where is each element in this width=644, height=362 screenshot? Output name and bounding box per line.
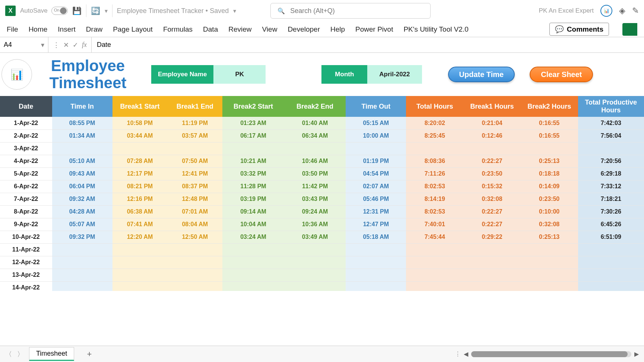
cell-timein[interactable]	[52, 281, 112, 291]
cell-total-productive[interactable]: 7:18:21	[578, 193, 644, 205]
cell-break1-end[interactable]: 07:50 AM	[167, 155, 222, 167]
cell-break2-start[interactable]: 03:24 AM	[222, 231, 284, 243]
cell-break1-end[interactable]: 12:41 PM	[167, 167, 222, 180]
cell-date[interactable]: 4-Apr-22	[0, 155, 52, 167]
name-box[interactable]: A4 ▾	[0, 37, 48, 52]
cell-break1-start[interactable]: 07:28 AM	[112, 155, 168, 167]
tab-formulas[interactable]: Formulas	[163, 25, 193, 33]
cell-date[interactable]: 10-Apr-22	[0, 231, 52, 243]
cell-total-hours[interactable]: 8:20:02	[406, 117, 463, 129]
cell-break2-end[interactable]	[284, 243, 346, 256]
cell-total-productive[interactable]: 6:45:26	[578, 218, 644, 231]
diamond-icon[interactable]: ◈	[619, 6, 625, 16]
cell-timein[interactable]: 06:04 PM	[52, 180, 112, 193]
update-time-button[interactable]: Update Time	[448, 67, 515, 82]
cell-break1-start[interactable]: 07:41 AM	[112, 218, 168, 231]
cell-total-hours[interactable]	[406, 281, 463, 291]
tab-developer[interactable]: Developer	[288, 25, 320, 33]
cell-break2-end[interactable]: 03:50 PM	[284, 167, 346, 180]
cell-break1-start[interactable]: 12:20 AM	[112, 231, 168, 243]
cell-total-productive[interactable]: 6:51:09	[578, 231, 644, 243]
cell-total-productive[interactable]	[578, 269, 644, 281]
cell-timein[interactable]	[52, 243, 112, 256]
cell-date[interactable]: 8-Apr-22	[0, 205, 52, 218]
cell-total-productive[interactable]: 7:30:26	[578, 205, 644, 218]
cell-total-hours[interactable]	[406, 243, 463, 256]
cell-total-hours[interactable]: 8:14:19	[406, 193, 463, 205]
account-avatar-icon[interactable]: 📊	[600, 5, 612, 17]
cell-break2-hours[interactable]	[521, 269, 578, 281]
cell-break1-end[interactable]	[167, 281, 222, 291]
pen-icon[interactable]: ✎	[632, 6, 639, 16]
cell-break2-end[interactable]: 11:42 PM	[284, 180, 346, 193]
sync-icon[interactable]: 🔄	[91, 6, 100, 15]
cell-break1-hours[interactable]	[463, 269, 521, 281]
search-input[interactable]	[290, 7, 423, 15]
scroll-left-icon[interactable]: ◀	[464, 350, 468, 358]
cell-timein[interactable]: 01:34 AM	[52, 129, 112, 142]
cell-date[interactable]: 14-Apr-22	[0, 281, 52, 291]
cell-total-productive[interactable]	[578, 142, 644, 155]
cell-break1-hours[interactable]	[463, 256, 521, 269]
table-row[interactable]: 12-Apr-22	[0, 256, 644, 269]
cell-total-productive[interactable]	[578, 243, 644, 256]
cell-break1-end[interactable]: 07:01 AM	[167, 205, 222, 218]
tab-draw[interactable]: Draw	[86, 25, 102, 33]
tab-pk-utility[interactable]: PK's Utility Tool V2.0	[403, 25, 468, 33]
formula-input[interactable]: Date	[92, 41, 644, 49]
tab-file[interactable]: File	[7, 25, 18, 33]
cell-break1-start[interactable]: 08:21 PM	[112, 180, 168, 193]
cell-break2-end[interactable]: 09:24 AM	[284, 205, 346, 218]
add-sheet-icon[interactable]: +	[87, 349, 92, 359]
cell-break2-start[interactable]: 06:17 AM	[222, 129, 284, 142]
cell-timein[interactable]	[52, 269, 112, 281]
cell-break2-end[interactable]	[284, 256, 346, 269]
cell-break2-hours[interactable]: 0:16:55	[521, 117, 578, 129]
cell-break1-hours[interactable]: 0:22:27	[463, 205, 521, 218]
cell-break1-start[interactable]: 10:58 PM	[112, 117, 168, 129]
cell-timeout[interactable]: 01:19 PM	[346, 155, 406, 167]
cell-date[interactable]: 6-Apr-22	[0, 180, 52, 193]
cell-total-productive[interactable]	[578, 281, 644, 291]
cell-timein[interactable]: 05:07 AM	[52, 218, 112, 231]
cell-total-hours[interactable]	[406, 269, 463, 281]
cell-timein[interactable]: 04:28 AM	[52, 205, 112, 218]
cell-total-hours[interactable]: 7:45:44	[406, 231, 463, 243]
cell-date[interactable]: 9-Apr-22	[0, 218, 52, 231]
cell-date[interactable]: 5-Apr-22	[0, 167, 52, 180]
cell-break2-hours[interactable]	[521, 243, 578, 256]
cell-break1-hours[interactable]: 0:32:08	[463, 193, 521, 205]
cell-total-hours[interactable]: 8:08:36	[406, 155, 463, 167]
cell-break1-start[interactable]: 12:17 PM	[112, 167, 168, 180]
cell-break2-start[interactable]: 09:14 AM	[222, 205, 284, 218]
table-row[interactable]: 4-Apr-2205:10 AM07:28 AM07:50 AM10:21 AM…	[0, 155, 644, 167]
table-row[interactable]: 7-Apr-2209:32 AM12:16 PM12:48 PM03:19 PM…	[0, 193, 644, 205]
cell-break1-end[interactable]: 08:37 PM	[167, 180, 222, 193]
cell-break2-end[interactable]: 06:34 AM	[284, 129, 346, 142]
cell-break1-hours[interactable]: 0:21:04	[463, 117, 521, 129]
search-box[interactable]: 🔍	[270, 3, 431, 19]
horizontal-scrollbar[interactable]: ⋮ ◀ ▶	[455, 350, 639, 358]
tab-help[interactable]: Help	[330, 25, 345, 33]
cell-timeout[interactable]: 12:47 PM	[346, 218, 406, 231]
cell-break2-hours[interactable]: 0:23:50	[521, 193, 578, 205]
sheet-tab-timesheet[interactable]: Timesheet	[29, 347, 74, 361]
cell-date[interactable]: 1-Apr-22	[0, 117, 52, 129]
cell-total-hours[interactable]	[406, 256, 463, 269]
cell-break2-hours[interactable]: 0:18:18	[521, 167, 578, 180]
cell-total-productive[interactable]: 7:33:12	[578, 180, 644, 193]
scroll-thumb[interactable]	[471, 351, 628, 357]
cell-break1-end[interactable]: 12:50 AM	[167, 231, 222, 243]
cell-break1-hours[interactable]	[463, 281, 521, 291]
scroll-track[interactable]	[471, 351, 631, 357]
tab-view[interactable]: View	[262, 25, 277, 33]
tab-home[interactable]: Home	[29, 25, 48, 33]
cell-break2-end[interactable]: 10:46 AM	[284, 155, 346, 167]
cell-total-productive[interactable]	[578, 256, 644, 269]
table-row[interactable]: 10-Apr-2209:32 PM12:20 AM12:50 AM03:24 A…	[0, 231, 644, 243]
more-icon[interactable]: ⋮	[53, 41, 60, 49]
cell-break2-end[interactable]	[284, 142, 346, 155]
cell-timeout[interactable]: 10:00 AM	[346, 129, 406, 142]
cell-timeout[interactable]: 02:07 AM	[346, 180, 406, 193]
cell-timein[interactable]: 09:43 AM	[52, 167, 112, 180]
